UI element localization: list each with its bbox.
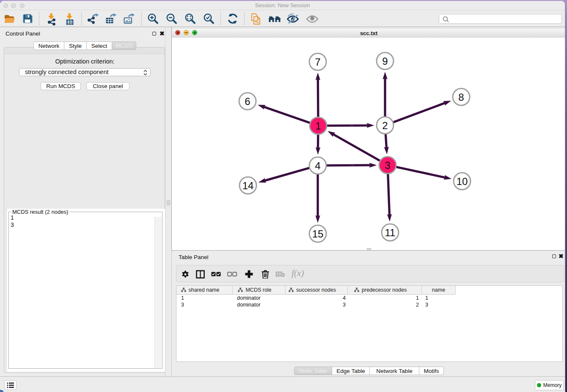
svg-text:9: 9 [382,55,388,67]
svg-text:2: 2 [382,120,388,131]
svg-text:10: 10 [457,176,468,187]
svg-text:6: 6 [245,96,250,107]
svg-text:4: 4 [315,160,320,171]
svg-text:3: 3 [385,160,390,171]
svg-text:11: 11 [385,227,396,238]
svg-text:15: 15 [312,228,324,240]
svg-text:1: 1 [315,120,321,132]
svg-text:14: 14 [242,180,254,191]
svg-text:7: 7 [315,56,320,68]
svg-text:8: 8 [458,91,464,103]
